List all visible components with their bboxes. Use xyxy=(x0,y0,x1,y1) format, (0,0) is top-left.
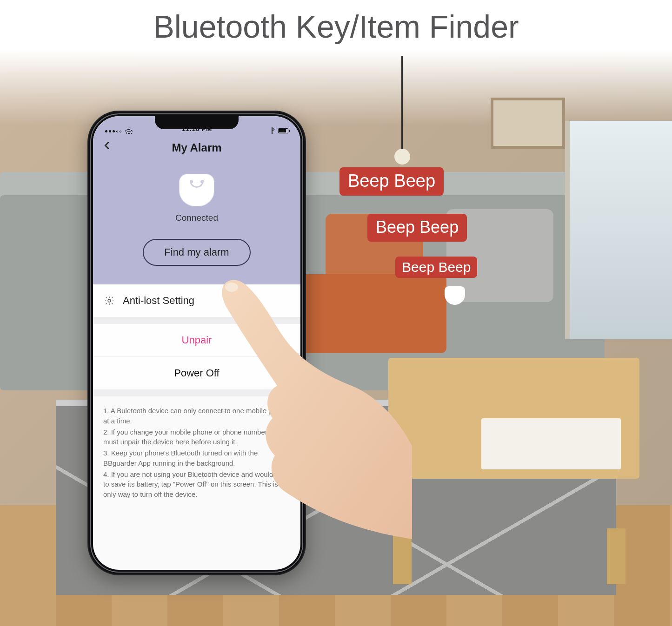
note-line: 1. A Buletooth device can only connect t… xyxy=(103,406,290,426)
anti-lost-setting-row[interactable]: Anti-lost Setting xyxy=(93,284,300,317)
beep-label: Beep Beep xyxy=(367,214,467,242)
app-header: My Alarm xyxy=(93,135,300,163)
anti-lost-label: Anti-lost Setting xyxy=(123,295,194,307)
svg-point-0 xyxy=(108,299,111,302)
device-hero: Connected Find my alarm xyxy=(93,163,300,284)
pendant-bulb xyxy=(394,149,410,165)
note-line: 2. If you change your mobile phone or ph… xyxy=(103,427,290,448)
connection-status: Connected xyxy=(93,213,300,223)
power-off-button[interactable]: Power Off xyxy=(93,357,300,390)
coffee-table-leg xyxy=(607,528,625,584)
phone-notch xyxy=(155,116,239,129)
instruction-notes: 1. A Buletooth device can only connect t… xyxy=(93,396,300,514)
battery-icon xyxy=(278,128,288,133)
marketing-scene: Bluetooth Key/Item Finder Beep Beep Beep… xyxy=(0,0,672,626)
section-gap xyxy=(93,390,300,396)
page-title: Bluetooth Key/Item Finder xyxy=(0,8,672,45)
section-gap xyxy=(93,317,300,324)
find-my-alarm-button[interactable]: Find my alarm xyxy=(143,239,250,266)
beep-label: Beep Beep xyxy=(395,257,477,278)
window xyxy=(565,121,672,339)
gear-icon xyxy=(104,296,114,306)
phone-screen: 11:16 PM My Alarm Connected Find my alar… xyxy=(93,116,300,570)
note-line: 3. Keep your phone's Bluetooth turned on… xyxy=(103,448,290,468)
cushion xyxy=(288,274,446,353)
coffee-table-leg xyxy=(393,528,412,584)
wall-art xyxy=(491,98,565,149)
bluetooth-icon xyxy=(270,127,274,134)
phone-frame: 11:16 PM My Alarm Connected Find my alar… xyxy=(87,111,306,575)
coffee-table-drawer xyxy=(481,418,621,469)
pendant-cord xyxy=(401,56,403,149)
unpair-label: Unpair xyxy=(182,334,212,346)
beep-label: Beep Beep xyxy=(339,167,444,196)
power-off-label: Power Off xyxy=(174,367,219,379)
unpair-button[interactable]: Unpair xyxy=(93,324,300,357)
tracker-device-icon xyxy=(179,174,214,206)
back-button[interactable] xyxy=(102,140,113,151)
note-line: 4. If you are not using your Bluetooth d… xyxy=(103,469,290,500)
screen-title: My Alarm xyxy=(93,141,300,154)
